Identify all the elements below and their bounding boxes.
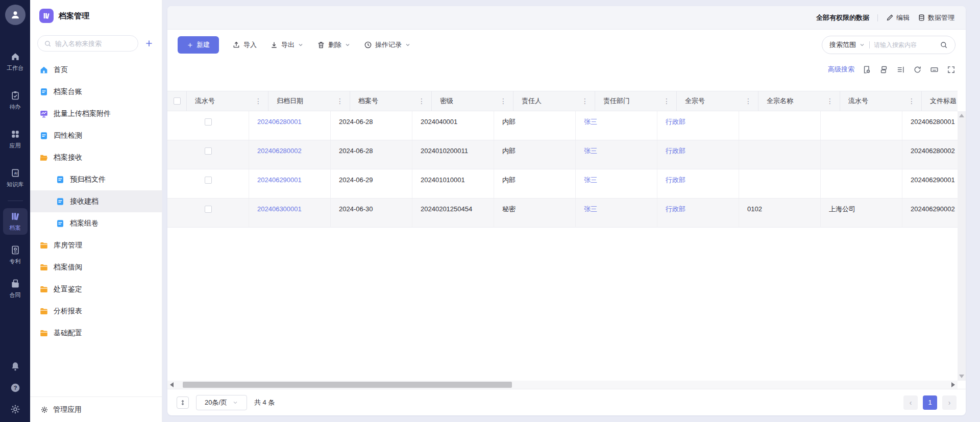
table-zone: 流水号⋮ 归档日期⋮ 档案号⋮ 密级⋮ 责任人⋮ 责任部门⋮ 全宗号⋮ 全宗名称… [167,91,966,389]
column-menu-icon[interactable]: ⋮ [416,97,427,105]
column-header-security[interactable]: 密级⋮ [432,91,513,111]
cell-serial[interactable]: 202406280001 [249,111,331,140]
rail-item-archive[interactable]: 档案 [3,208,28,235]
import-button[interactable]: 导入 [232,40,257,49]
app-rail: 工作台 待办 应用 知识库 档案 专利 合同 [0,0,30,422]
sidebar-item-ledger[interactable]: 档案台账 [30,81,162,103]
scroll-left-arrow-icon[interactable] [170,382,174,387]
column-settings-icon[interactable] [896,65,905,74]
select-all-checkbox[interactable] [174,97,181,105]
delete-button[interactable]: 删除 [317,40,351,49]
keyboard-shortcuts-icon[interactable] [930,65,939,74]
cell-dept[interactable]: 行政部 [657,140,739,169]
sidebar-item-archive-binding[interactable]: 档案组卷 [30,212,162,234]
search-scope-select[interactable]: 搜索范围 [829,40,865,49]
row-checkbox[interactable] [205,177,212,184]
manage-apps-button[interactable]: 管理应用 [30,396,162,422]
scroll-down-arrow-icon[interactable] [959,375,964,378]
sidebar-item-label: 分析报表 [54,307,82,316]
page-size-select[interactable]: 20条/页 [196,395,247,410]
cell-serial[interactable]: 202406280002 [249,140,331,169]
column-header-archive-no[interactable]: 档案号⋮ [350,91,432,111]
search-input[interactable] [874,41,936,48]
horizontal-scrollbar[interactable] [167,381,958,389]
advanced-search-link[interactable]: 高级搜索 [828,65,854,74]
prev-page-button[interactable]: ‹ [903,395,918,410]
search-icon[interactable] [940,41,948,49]
sidebar-item-archive-receive[interactable]: 档案接收 [30,146,162,168]
cell-fonds-name [821,111,902,140]
sidebar-item-base-config[interactable]: 基础配置 [30,322,162,344]
add-button[interactable] [143,38,155,49]
scroll-right-arrow-icon[interactable] [951,382,955,387]
sidebar-item-receive-filing[interactable]: 接收建档 [30,190,162,212]
column-menu-icon[interactable]: ⋮ [743,97,754,105]
column-menu-icon[interactable]: ⋮ [334,97,346,105]
next-page-button[interactable]: › [942,395,957,410]
export-preview-icon[interactable] [863,65,871,74]
column-menu-icon[interactable]: ⋮ [579,97,591,105]
rail-item-workbench[interactable]: 工作台 [3,48,28,75]
fullscreen-icon[interactable] [947,65,955,74]
cell-serial[interactable]: 202406300001 [249,198,331,227]
settings-gear-icon[interactable] [10,404,21,415]
column-header-owner[interactable]: 责任人⋮ [513,91,595,111]
sidebar-search[interactable] [37,35,138,52]
horizontal-scroll-thumb[interactable] [183,382,512,388]
column-menu-icon[interactable]: ⋮ [253,97,264,105]
scroll-up-arrow-icon[interactable] [959,114,964,117]
column-header-title[interactable]: 文件标题 [922,91,958,111]
sidebar-item-four-checks[interactable]: 四性检测 [30,125,162,146]
user-avatar[interactable] [5,5,26,25]
column-header-fonds-no[interactable]: 全宗号⋮ [677,91,758,111]
data-manage-button[interactable]: 数据管理 [918,13,954,22]
current-page-button[interactable]: 1 [923,395,937,410]
column-header-fonds-name[interactable]: 全宗名称⋮ [758,91,840,111]
column-menu-icon[interactable]: ⋮ [498,97,509,105]
column-header-archive-date[interactable]: 归档日期⋮ [268,91,350,111]
column-menu-icon[interactable]: ⋮ [661,97,672,105]
refresh-icon[interactable] [913,65,922,74]
cell-owner[interactable]: 张三 [576,198,657,227]
rail-item-patent[interactable]: 专利 [3,242,28,268]
row-checkbox[interactable] [205,118,212,126]
rail-item-apps[interactable]: 应用 [3,126,28,153]
notifications-bell-icon[interactable] [10,361,21,372]
column-menu-icon[interactable]: ⋮ [906,97,917,105]
vertical-scrollbar[interactable] [958,111,966,381]
help-icon[interactable] [10,382,21,393]
card-view-icon[interactable] [879,65,888,74]
column-menu-icon[interactable]: ⋮ [824,97,836,105]
edit-button[interactable]: 编辑 [886,13,910,22]
column-header-serial[interactable]: 流水号⋮ [187,91,268,111]
sidebar-item-home[interactable]: 首页 [30,59,162,81]
column-label: 档案号 [358,96,378,106]
row-height-button[interactable] [177,396,189,409]
sidebar-item-disposal[interactable]: 处置鉴定 [30,278,162,300]
sidebar-item-warehouse[interactable]: 库房管理 [30,234,162,256]
rail-item-contract[interactable]: 合同 [3,276,28,302]
cell-dept[interactable]: 行政部 [657,111,739,140]
sidebar-item-prearchive-files[interactable]: 预归档文件 [30,168,162,190]
operation-log-button[interactable]: 操作记录 [364,40,411,49]
cell-fonds-no [739,111,821,140]
rail-item-todo[interactable]: 待办 [3,87,28,114]
cell-owner[interactable]: 张三 [576,140,657,169]
cell-dept[interactable]: 行政部 [657,169,739,198]
cell-dept[interactable]: 行政部 [657,198,739,227]
cell-serial[interactable]: 202406290001 [249,169,331,198]
column-header-dept[interactable]: 责任部门⋮ [595,91,677,111]
sidebar-item-borrow[interactable]: 档案借阅 [30,256,162,278]
cell-owner[interactable]: 张三 [576,111,657,140]
cell-owner[interactable]: 张三 [576,169,657,198]
sidebar-item-batch-upload[interactable]: 批量上传档案附件 [30,103,162,125]
sidebar-item-reports[interactable]: 分析报表 [30,300,162,322]
rail-item-knowledge[interactable]: 知识库 [3,165,28,191]
row-checkbox[interactable] [205,147,212,155]
export-button[interactable]: 导出 [270,40,304,49]
new-button[interactable]: 新建 [178,36,219,54]
row-checkbox[interactable] [205,206,212,213]
folder-open-icon [39,153,48,162]
sidebar-search-input[interactable] [55,40,132,47]
column-header-serial2[interactable]: 流水号⋮ [840,91,922,111]
